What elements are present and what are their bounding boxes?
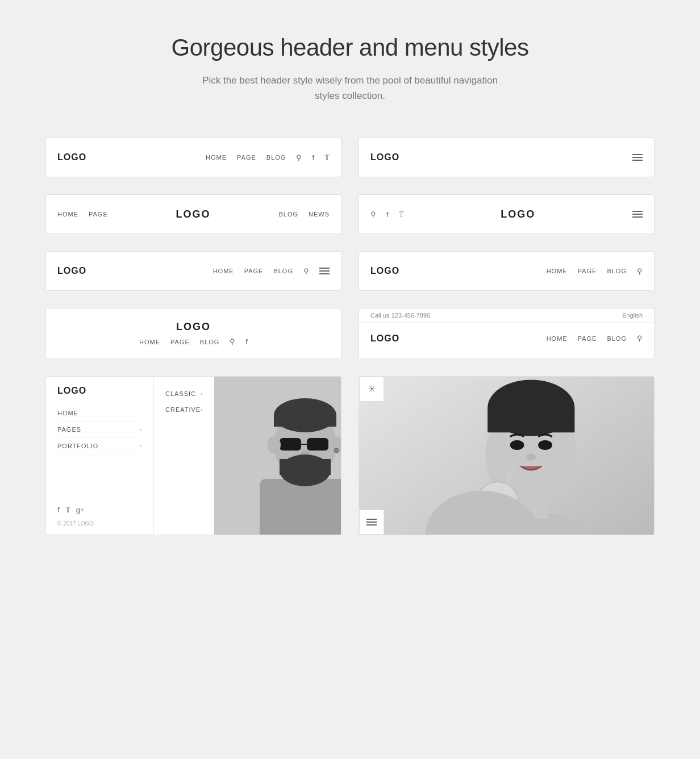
pages-chevron-icon: › bbox=[140, 427, 142, 432]
icons-left-r2: ⚲ f 𝕋 bbox=[370, 210, 404, 219]
nav-items-right-2: BLOG NEWS bbox=[278, 211, 330, 218]
nav-blog-4[interactable]: BLOG bbox=[200, 339, 220, 345]
nav-page-2[interactable]: PAGE bbox=[89, 211, 108, 218]
mega-nav-home-label: HOME bbox=[57, 410, 78, 416]
nav-page-1[interactable]: PAGE bbox=[237, 154, 256, 161]
nav-news-2[interactable]: NEWS bbox=[309, 211, 330, 218]
svg-point-14 bbox=[334, 448, 339, 453]
nav-card-r1: LOGO bbox=[359, 137, 655, 177]
nav-page-r3[interactable]: PAGE bbox=[578, 268, 597, 274]
overlay-bottom-icon[interactable] bbox=[359, 510, 384, 535]
svg-point-12 bbox=[267, 436, 281, 453]
logo-1: LOGO bbox=[57, 152, 86, 162]
facebook-icon-1[interactable]: f bbox=[312, 153, 314, 162]
nav-home-r3[interactable]: HOME bbox=[547, 268, 568, 274]
logo-4: LOGO bbox=[176, 321, 211, 333]
mega-sub-creative[interactable]: CREATIVE › bbox=[165, 402, 203, 418]
svg-rect-6 bbox=[280, 438, 301, 451]
search-icon-r4[interactable]: ⚲ bbox=[637, 334, 643, 343]
nav-blog-3[interactable]: BLOG bbox=[273, 268, 293, 274]
svg-rect-21 bbox=[488, 408, 574, 432]
phone-text: Call us 123-456-7890 bbox=[370, 312, 430, 319]
svg-rect-5 bbox=[274, 415, 336, 427]
mega-sub-classic[interactable]: CLASSIC › bbox=[165, 386, 203, 402]
page-subtitle: Pick the best header style wisely from t… bbox=[202, 73, 498, 103]
nav-card-1: LOGO HOME PAGE BLOG ⚲ f 𝕋 bbox=[45, 137, 341, 177]
nav-card-4: LOGO HOME PAGE BLOG ⚲ f bbox=[45, 308, 341, 359]
mega-nav-portfolio[interactable]: PORTFOLIO › bbox=[57, 438, 142, 454]
page-wrapper: Gorgeous header and menu styles Pick the… bbox=[0, 0, 700, 581]
nav-blog-r4[interactable]: BLOG bbox=[607, 335, 627, 342]
search-icon-r3[interactable]: ⚲ bbox=[637, 267, 643, 276]
nav-card-r4: Call us 123-456-7890 English LOGO HOME P… bbox=[359, 308, 655, 359]
svg-rect-11 bbox=[280, 459, 331, 475]
twitter-icon-1[interactable]: 𝕋 bbox=[324, 153, 330, 162]
nav-home-4[interactable]: HOME bbox=[139, 339, 160, 345]
googleplus-icon-mega[interactable]: g+ bbox=[76, 506, 85, 514]
twitter-icon-r2[interactable]: 𝕋 bbox=[399, 210, 404, 219]
hero-section: Gorgeous header and menu styles Pick the… bbox=[45, 34, 655, 103]
portfolio-chevron-icon: › bbox=[140, 443, 142, 449]
nav-blog-2[interactable]: BLOG bbox=[278, 211, 298, 218]
top-bar: Call us 123-456-7890 English bbox=[359, 308, 654, 323]
language-text: English bbox=[622, 312, 643, 319]
nav-items-r4: HOME PAGE BLOG ⚲ bbox=[547, 334, 643, 343]
search-icon-1[interactable]: ⚲ bbox=[296, 153, 302, 162]
svg-rect-1 bbox=[260, 479, 341, 535]
nav-items-r3: HOME PAGE BLOG ⚲ bbox=[547, 267, 643, 276]
mega-left-panel: LOGO HOME PAGES › PORTFOLIO › f 𝕋 g+ © bbox=[46, 377, 154, 535]
hamburger-icon-3[interactable] bbox=[319, 268, 330, 274]
hamburger-icon-r2[interactable] bbox=[632, 211, 643, 218]
nav-blog-1[interactable]: BLOG bbox=[266, 154, 286, 161]
logo-r3: LOGO bbox=[370, 266, 399, 276]
mega-sub-classic-label: CLASSIC bbox=[165, 390, 196, 397]
nav-card-mega: LOGO HOME PAGES › PORTFOLIO › f 𝕋 g+ © bbox=[45, 376, 341, 535]
mega-sub-creative-label: CREATIVE bbox=[165, 406, 201, 413]
facebook-icon-4[interactable]: f bbox=[245, 337, 248, 346]
logo-r4: LOGO bbox=[370, 333, 399, 344]
nav-card-r3: LOGO HOME PAGE BLOG ⚲ bbox=[359, 251, 655, 291]
logo-mega: LOGO bbox=[57, 386, 142, 396]
nav-page-4[interactable]: PAGE bbox=[170, 339, 190, 345]
nav-cards-grid: LOGO HOME PAGE BLOG ⚲ f 𝕋 LOGO HOME PAGE bbox=[45, 137, 655, 535]
nav-items-1: HOME PAGE BLOG ⚲ f 𝕋 bbox=[206, 153, 330, 162]
mega-nav-home[interactable]: HOME bbox=[57, 405, 142, 422]
svg-point-24 bbox=[526, 454, 536, 461]
asterisk-icon: ✳ bbox=[368, 383, 376, 395]
nav-home-3[interactable]: HOME bbox=[213, 268, 234, 274]
hamburger-icon-r1[interactable] bbox=[632, 154, 643, 161]
search-icon-3[interactable]: ⚲ bbox=[303, 267, 309, 276]
mega-sub-panel: CLASSIC › CREATIVE › bbox=[154, 377, 214, 535]
mega-nav-portfolio-label: PORTFOLIO bbox=[57, 443, 98, 449]
nav-home-2[interactable]: HOME bbox=[57, 211, 78, 218]
overlay-top-icon[interactable]: ✳ bbox=[359, 377, 384, 402]
svg-point-23 bbox=[538, 440, 552, 450]
nav-card-r2: ⚲ f 𝕋 LOGO bbox=[359, 194, 655, 234]
main-bar: LOGO HOME PAGE BLOG ⚲ bbox=[359, 323, 654, 354]
nav-home-r4[interactable]: HOME bbox=[547, 335, 568, 342]
search-icon-4[interactable]: ⚲ bbox=[230, 337, 235, 346]
facebook-icon-mega[interactable]: f bbox=[57, 506, 60, 514]
nav-items-left-2: HOME PAGE bbox=[57, 211, 108, 218]
svg-rect-7 bbox=[307, 438, 328, 451]
page-title: Gorgeous header and menu styles bbox=[45, 34, 655, 61]
nav-items-3: HOME PAGE BLOG ⚲ bbox=[213, 267, 330, 276]
nav-home-1[interactable]: HOME bbox=[206, 154, 227, 161]
nav-card-3: LOGO HOME PAGE BLOG ⚲ bbox=[45, 251, 341, 291]
svg-point-22 bbox=[510, 440, 524, 450]
hamburger-icon-overlay[interactable] bbox=[366, 519, 377, 526]
nav-card-overlay: ✳ bbox=[359, 376, 655, 535]
nav-items-4: HOME PAGE BLOG ⚲ f bbox=[139, 337, 248, 346]
nav-blog-r3[interactable]: BLOG bbox=[607, 268, 627, 274]
nav-page-3[interactable]: PAGE bbox=[244, 268, 264, 274]
mega-nav-pages-label: PAGES bbox=[57, 426, 81, 433]
twitter-icon-mega[interactable]: 𝕋 bbox=[65, 506, 70, 514]
nav-card-2: HOME PAGE LOGO BLOG NEWS bbox=[45, 194, 341, 234]
logo-r1: LOGO bbox=[370, 152, 399, 162]
facebook-icon-r2[interactable]: f bbox=[386, 210, 389, 219]
classic-chevron-icon: › bbox=[201, 391, 203, 397]
logo-2: LOGO bbox=[165, 194, 222, 234]
mega-nav-pages[interactable]: PAGES › bbox=[57, 422, 142, 438]
search-icon-r2[interactable]: ⚲ bbox=[370, 210, 376, 219]
nav-page-r4[interactable]: PAGE bbox=[578, 335, 597, 342]
